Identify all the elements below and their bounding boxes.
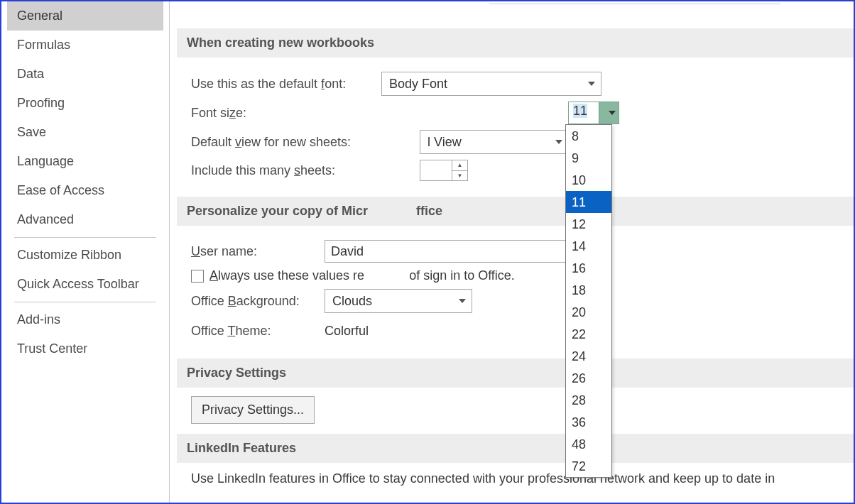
section-title-prefix: Personalize your copy of Micr [187, 204, 368, 218]
font-size-option[interactable]: 28 [566, 389, 611, 411]
font-size-option[interactable]: 24 [566, 345, 611, 367]
privacy-settings-button[interactable]: Privacy Settings... [191, 396, 315, 424]
sidebar-item-proofing[interactable]: Proofing [7, 89, 163, 118]
sidebar-item-label: Customize Ribbon [17, 248, 121, 262]
section-title: When creating new workbooks [187, 35, 374, 50]
font-size-combo[interactable]: 11 [568, 102, 619, 124]
section-header-privacy: Privacy Settings [177, 358, 854, 388]
office-background-label: Office Background: [191, 294, 325, 309]
font-size-dropdown-button[interactable] [599, 102, 619, 124]
options-sidebar: General Formulas Data Proofing Save Lang… [1, 1, 170, 503]
sidebar-item-quick-access-toolbar[interactable]: Quick Access Toolbar [7, 270, 163, 299]
sidebar-item-label: Add-ins [17, 312, 60, 327]
combo-value: Body Font [389, 77, 447, 92]
cutoff-stub [489, 1, 780, 4]
include-sheets-label: Include this many sheets: [191, 163, 381, 178]
font-size-option[interactable]: 12 [566, 213, 611, 235]
user-name-input[interactable] [325, 240, 582, 263]
font-size-option[interactable]: 18 [566, 279, 611, 301]
section-header-personalize: Personalize your copy of Micr ffice [177, 197, 854, 226]
font-size-label: Font size: [191, 106, 381, 121]
font-size-option[interactable]: 26 [566, 367, 611, 389]
sidebar-item-language[interactable]: Language [7, 147, 163, 176]
button-label: Privacy Settings... [202, 402, 304, 417]
sidebar-item-data[interactable]: Data [7, 60, 163, 89]
sidebar-item-label: Save [17, 125, 46, 139]
sidebar-item-general[interactable]: General [7, 1, 163, 31]
spinner-value [420, 160, 452, 180]
default-view-combo[interactable]: l View [420, 130, 569, 154]
sidebar-item-formulas[interactable]: Formulas [7, 31, 163, 60]
font-size-option[interactable]: 48 [566, 433, 611, 455]
sidebar-item-label: Trust Center [17, 341, 87, 356]
font-size-option[interactable]: 20 [566, 301, 611, 323]
font-size-option[interactable]: 14 [566, 235, 611, 257]
sidebar-item-label: Ease of Access [17, 183, 104, 197]
font-size-option[interactable]: 11 [566, 191, 611, 213]
sidebar-item-save[interactable]: Save [7, 118, 163, 147]
font-size-option[interactable]: 9 [566, 147, 611, 169]
default-font-label: Use this as the default font: [191, 77, 381, 92]
options-content: When creating new workbooks Use this as … [170, 1, 854, 503]
chevron-down-icon [588, 82, 595, 86]
sidebar-item-label: Proofing [17, 96, 65, 110]
combo-value: Colorful [325, 324, 369, 339]
sidebar-separator [14, 237, 156, 238]
section-title-suffix: ffice [416, 204, 442, 218]
sidebar-item-label: Quick Access Toolbar [17, 277, 139, 291]
sidebar-item-customize-ribbon[interactable]: Customize Ribbon [7, 241, 163, 270]
chevron-down-icon [459, 299, 466, 303]
combo-value: Clouds [332, 294, 372, 309]
sidebar-item-add-ins[interactable]: Add-ins [7, 305, 163, 334]
office-background-combo[interactable]: Clouds [325, 289, 472, 313]
sidebar-separator [14, 302, 156, 302]
font-size-option[interactable]: 10 [566, 169, 611, 191]
font-size-option[interactable]: 36 [566, 411, 611, 433]
font-size-dropdown-list[interactable]: 891011121416182022242628364872 [565, 124, 612, 478]
spinner-down-icon[interactable]: ▼ [452, 171, 467, 181]
font-size-option[interactable]: 8 [566, 125, 611, 147]
sidebar-item-trust-center[interactable]: Trust Center [7, 334, 163, 363]
font-size-option[interactable]: 72 [566, 455, 611, 477]
section-header-linkedin: LinkedIn Features [177, 434, 854, 463]
always-use-values-checkbox[interactable] [191, 270, 204, 283]
sidebar-item-label: Advanced [17, 212, 74, 226]
section-title: Privacy Settings [187, 366, 286, 380]
chevron-down-icon [555, 140, 562, 144]
sidebar-item-ease-of-access[interactable]: Ease of Access [7, 176, 163, 205]
sidebar-item-label: Data [17, 67, 44, 81]
linkedin-description: Use LinkedIn features in Office to stay … [191, 471, 839, 486]
default-view-label: Default view for new sheets: [191, 135, 381, 150]
sidebar-item-label: Formulas [17, 38, 70, 52]
default-font-combo[interactable]: Body Font [381, 72, 601, 96]
sidebar-item-label: General [17, 9, 62, 23]
always-use-values-label: Always use these values re of sign in to… [209, 268, 515, 283]
sidebar-item-advanced[interactable]: Advanced [7, 205, 163, 234]
user-name-label: User name: [191, 244, 325, 259]
sidebar-item-label: Language [17, 154, 74, 168]
font-size-option[interactable]: 16 [566, 257, 611, 279]
office-theme-combo[interactable]: Colorful [325, 319, 472, 343]
section-title: LinkedIn Features [187, 441, 296, 455]
office-theme-label: Office Theme: [191, 324, 325, 339]
font-size-option[interactable]: 22 [566, 323, 611, 345]
combo-value: 11 [569, 102, 599, 124]
spinner-up-icon[interactable]: ▲ [452, 160, 467, 171]
include-sheets-spinner[interactable]: ▲ ▼ [420, 160, 468, 181]
chevron-down-icon [609, 111, 616, 115]
section-header-new-workbooks: When creating new workbooks [177, 28, 854, 57]
combo-value: l View [428, 135, 462, 150]
